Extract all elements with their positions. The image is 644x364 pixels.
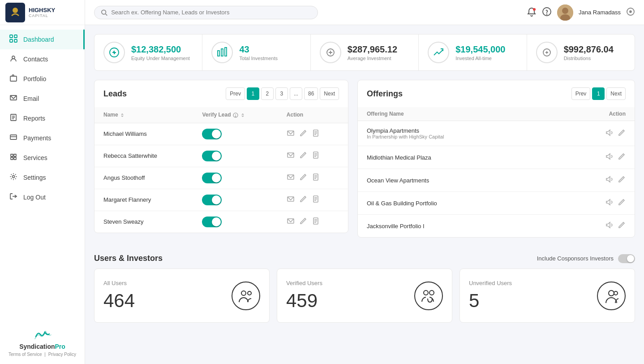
email-label: Email (23, 95, 39, 102)
users-investors-section: Users & Investors Include Cosponsors Inv… (94, 247, 635, 323)
terms-link[interactable]: Terms of Service (9, 352, 42, 357)
verify-toggle[interactable] (202, 151, 222, 161)
user-menu-icon[interactable] (626, 7, 635, 18)
sidebar-item-payments[interactable]: Payments (0, 128, 85, 148)
verify-toggle[interactable] (202, 129, 222, 139)
svg-point-67 (429, 290, 434, 295)
cosponsors-toggle-row: Include Cosponsors Investors (537, 254, 635, 263)
offerings-page-1[interactable]: 1 (592, 87, 605, 100)
email-action-icon[interactable] (287, 129, 295, 139)
offering-name-col-header: Offering Name (367, 111, 404, 117)
privacy-link[interactable]: Privacy Policy (48, 352, 76, 357)
edit-action-icon[interactable] (299, 217, 307, 227)
verify-toggle[interactable] (202, 217, 222, 227)
sidebar-item-reports[interactable]: Reports (0, 108, 85, 128)
leads-prev-btn[interactable]: Prev (226, 87, 245, 100)
megaphone-icon[interactable] (605, 175, 613, 185)
leads-column: Leads Prev 1 2 3 ... 86 Next (94, 80, 348, 238)
svg-rect-15 (14, 154, 16, 156)
email-action-icon[interactable] (287, 151, 295, 161)
edit-offering-icon[interactable] (618, 175, 626, 185)
document-action-icon[interactable] (312, 195, 320, 205)
leads-page-2[interactable]: 2 (261, 87, 274, 100)
sidebar-item-contacts[interactable]: Contacts (0, 49, 85, 69)
users-title: Users & Investors (94, 254, 163, 263)
megaphone-icon[interactable] (605, 152, 613, 162)
portfolio-label: Portfolio (23, 75, 46, 82)
document-action-icon[interactable] (312, 151, 320, 161)
document-action-icon[interactable] (312, 217, 320, 227)
services-label: Services (23, 154, 47, 161)
content-area: $12,382,500 Equity Under Management 43 T… (85, 25, 644, 364)
leads-table: Name Verify Lead (94, 107, 348, 233)
email-icon (9, 94, 18, 104)
lead-verify (193, 189, 277, 211)
offerings-prev-btn[interactable]: Prev (571, 87, 591, 100)
col-action: Action (278, 107, 348, 123)
sidebar-item-settings[interactable]: Settings (0, 168, 85, 187)
sidebar-item-dashboard[interactable]: Dashboard (0, 30, 85, 49)
footer-links: Terms of Service | Privacy Policy (7, 352, 77, 357)
offerings-next-btn[interactable]: Next (606, 87, 626, 100)
equity-icon (103, 42, 125, 63)
edit-action-icon[interactable] (299, 173, 307, 183)
svg-point-20 (102, 10, 106, 14)
help-icon[interactable] (542, 7, 552, 18)
settings-icon (9, 173, 18, 182)
svg-rect-33 (225, 48, 227, 56)
lead-action (278, 211, 348, 233)
investments-icon (211, 42, 233, 63)
verified-users-label: Verified Users (286, 280, 322, 286)
edit-offering-icon[interactable] (618, 129, 626, 139)
leads-page-86[interactable]: 86 (304, 87, 318, 100)
app-name: HIGHSKY (29, 7, 55, 14)
verified-users-icon (414, 282, 443, 310)
verify-toggle[interactable] (202, 173, 222, 183)
megaphone-icon[interactable] (605, 221, 613, 231)
sidebar-item-portfolio[interactable]: Portfolio (0, 69, 85, 89)
edit-offering-icon[interactable] (618, 198, 626, 208)
reports-label: Reports (23, 115, 45, 122)
unverified-users-card: Unverified Users 5 (459, 269, 635, 323)
sidebar-item-logout[interactable]: Log Out (0, 187, 85, 207)
reports-icon (9, 113, 18, 123)
edit-action-icon[interactable] (299, 195, 307, 205)
svg-point-64 (241, 291, 246, 295)
leads-page-1[interactable]: 1 (247, 87, 259, 100)
svg-rect-1 (10, 35, 13, 38)
offerings-title: Offerings (367, 89, 403, 99)
leads-page-3[interactable]: 3 (275, 87, 288, 100)
document-action-icon[interactable] (312, 129, 320, 139)
sidebar-item-services[interactable]: Services (0, 148, 85, 168)
edit-offering-icon[interactable] (618, 221, 626, 231)
offering-name: Jacksonville Portfolio I (367, 223, 425, 230)
logo-icon (5, 3, 25, 22)
leads-next-btn[interactable]: Next (320, 87, 339, 100)
email-action-icon[interactable] (287, 217, 295, 227)
search-bar[interactable] (94, 6, 318, 19)
two-col-layout: Leads Prev 1 2 3 ... 86 Next (94, 80, 635, 238)
edit-action-icon[interactable] (299, 151, 307, 161)
svg-rect-2 (14, 35, 17, 38)
unverified-users-count: 5 (469, 290, 512, 312)
lead-action (278, 145, 348, 167)
edit-offering-icon[interactable] (618, 152, 626, 162)
header: Jana Ramadass (85, 0, 644, 25)
offering-actions (605, 221, 626, 231)
lead-name: Steven Sweazy (94, 211, 193, 233)
lead-action (278, 167, 348, 189)
search-input[interactable] (111, 9, 311, 16)
svg-rect-3 (10, 39, 13, 42)
megaphone-icon[interactable] (605, 129, 613, 139)
notification-icon[interactable] (527, 7, 537, 18)
offerings-header-row: Offering Name Action (358, 107, 635, 121)
sidebar-item-email[interactable]: Email (0, 89, 85, 108)
email-action-icon[interactable] (287, 195, 295, 205)
cosponsors-toggle[interactable] (618, 254, 635, 263)
megaphone-icon[interactable] (605, 198, 613, 208)
document-action-icon[interactable] (312, 173, 320, 183)
edit-action-icon[interactable] (299, 129, 307, 139)
svg-point-65 (248, 291, 251, 295)
verify-toggle[interactable] (202, 195, 222, 205)
email-action-icon[interactable] (287, 173, 295, 183)
